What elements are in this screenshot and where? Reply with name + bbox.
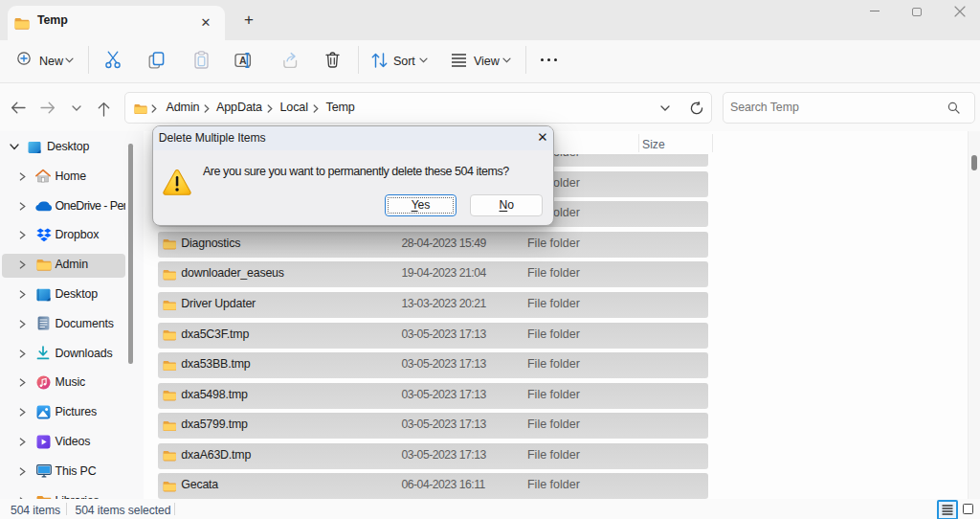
svg-text:A: A [239,54,247,65]
